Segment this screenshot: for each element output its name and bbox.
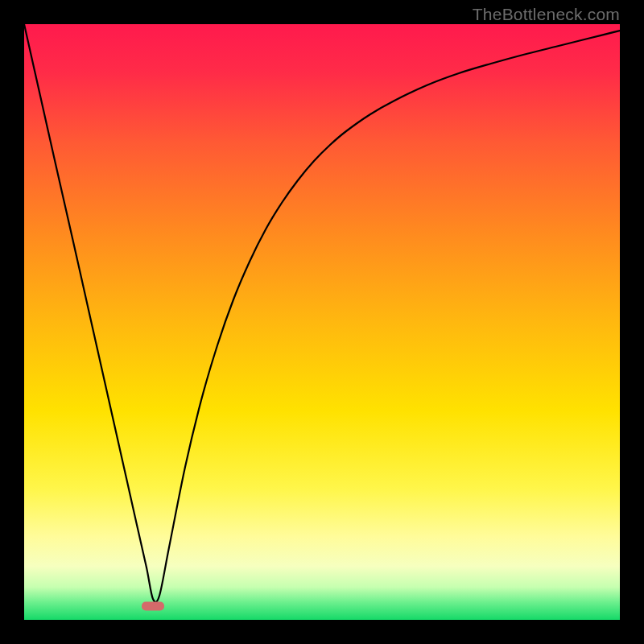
watermark-text: TheBottleneck.com [473, 5, 620, 24]
bottleneck-chart [24, 24, 620, 620]
minimum-marker [142, 602, 164, 611]
chart-background [24, 24, 620, 620]
